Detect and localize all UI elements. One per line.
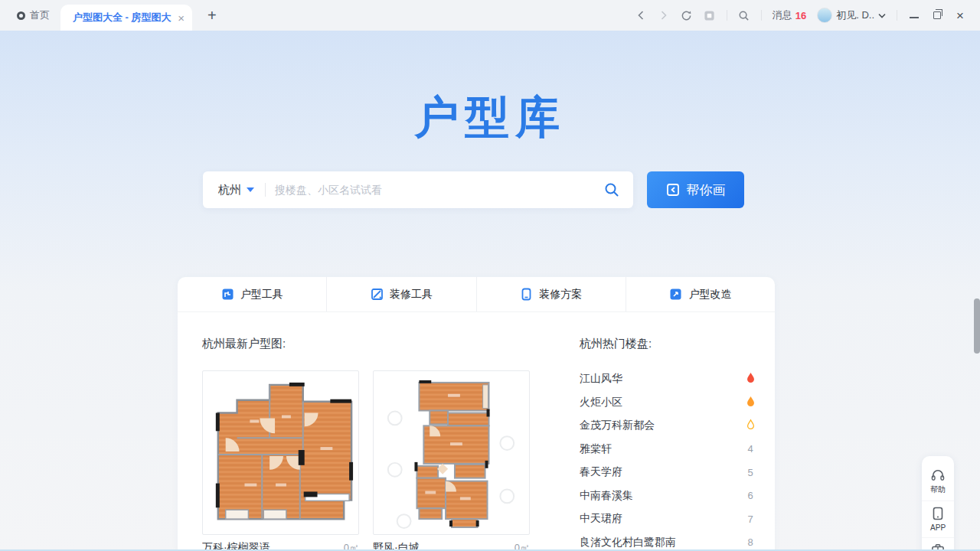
- titlebar-divider: [897, 10, 897, 21]
- tool-label: 装修工具: [390, 288, 433, 302]
- tab-close-icon[interactable]: ×: [178, 11, 185, 24]
- city-select[interactable]: 杭州: [203, 183, 265, 197]
- user-menu[interactable]: 初见. D..: [817, 8, 886, 23]
- headset-icon: [931, 469, 945, 481]
- messages-label: 消息: [773, 8, 792, 22]
- window-topbar: 首页 户型图大全 - 房型图大 × + 消息 16 初见. D..: [0, 0, 980, 31]
- floorplan-image-a: [203, 371, 358, 534]
- decor-plan-icon: [520, 288, 533, 301]
- username-label: 初见. D..: [836, 8, 874, 22]
- draw-for-you-button[interactable]: 帮你画: [647, 171, 744, 208]
- titlebar-right: 消息 16 初见. D.. ×: [635, 0, 980, 31]
- messages-count-badge: 16: [795, 10, 806, 21]
- help-button[interactable]: 帮助: [922, 464, 954, 500]
- flame-rank2-icon: [743, 396, 757, 409]
- app-button[interactable]: APP: [922, 500, 954, 537]
- caret-down-icon: [247, 187, 254, 192]
- estate-name: 江山风华: [580, 372, 622, 386]
- estate-name: 雅棠轩: [580, 442, 612, 456]
- home-icon: [17, 11, 25, 20]
- decor-tool-icon: [371, 288, 384, 301]
- page-body: 户型库 杭州 帮你画 户型工具 装修工具: [0, 31, 980, 551]
- flame-rank3-icon: [743, 419, 757, 432]
- city-select-value: 杭州: [218, 183, 241, 197]
- rank-number: 4: [743, 443, 757, 455]
- draw-icon: [666, 183, 680, 197]
- floorplan-image-b: [374, 371, 529, 534]
- estate-name: 火炬小区: [580, 396, 622, 409]
- page-title: 户型库: [0, 88, 980, 148]
- phone-icon: [933, 507, 943, 520]
- estate-name: 金茂万科新都会: [580, 419, 655, 432]
- tool-label: 装修方案: [539, 288, 582, 302]
- floating-side-panel: 帮助 APP 企业版: [922, 456, 954, 551]
- nav-forward-icon[interactable]: [658, 9, 670, 21]
- list-item[interactable]: 金茂万科新都会: [580, 414, 757, 438]
- list-item[interactable]: 火炬小区: [580, 391, 757, 415]
- rank-number: 8: [743, 536, 757, 548]
- tab-home-label: 首页: [30, 8, 50, 22]
- nav-back-icon[interactable]: [635, 9, 647, 21]
- hot-estates-header: 杭州热门楼盘:: [580, 337, 652, 351]
- search-input[interactable]: [275, 184, 590, 196]
- chevron-down-icon: [878, 13, 886, 18]
- floorplan-tool-icon: [221, 288, 234, 301]
- estate-name: 良渚文化村白鹭郡南: [580, 536, 676, 549]
- estate-name: 中南春溪集: [580, 489, 633, 503]
- close-button[interactable]: ×: [954, 9, 966, 21]
- tool-decor-tools[interactable]: 装修工具: [326, 277, 475, 311]
- scrollbar-thumb[interactable]: [974, 298, 980, 354]
- tools-row: 户型工具 装修工具 装修方案 户型改造: [178, 277, 775, 312]
- list-item[interactable]: 春天学府 5: [580, 461, 757, 484]
- list-item[interactable]: 雅棠轩 4: [580, 438, 757, 461]
- tool-decor-plans[interactable]: 装修方案: [476, 277, 626, 311]
- estate-name: 春天学府: [580, 465, 622, 479]
- rank-number: 7: [743, 514, 757, 525]
- rank-number: 5: [743, 467, 757, 478]
- list-item[interactable]: 良渚文化村白鹭郡南 8: [580, 531, 757, 551]
- help-label: 帮助: [930, 484, 946, 495]
- tab-active[interactable]: 户型图大全 - 房型图大 ×: [60, 5, 192, 31]
- search-divider: [265, 183, 266, 197]
- refresh-icon[interactable]: [681, 9, 693, 21]
- search-submit-icon[interactable]: [590, 182, 633, 197]
- maximize-button[interactable]: [931, 9, 943, 21]
- tool-floorplan-remodel[interactable]: 户型改造: [626, 277, 775, 311]
- tab-home[interactable]: 首页: [0, 0, 60, 31]
- minimize-button[interactable]: [908, 9, 920, 21]
- latest-plans-header: 杭州最新户型图:: [202, 337, 286, 351]
- estate-name: 中天珺府: [580, 512, 622, 526]
- remodel-icon: [669, 288, 682, 301]
- capture-icon[interactable]: [704, 9, 716, 21]
- flame-rank1-icon: [743, 372, 757, 386]
- titlebar-divider: [761, 10, 762, 21]
- floorplan-thumbnail[interactable]: [373, 370, 530, 535]
- search-icon[interactable]: [738, 9, 750, 21]
- search-bar: 杭州: [203, 171, 633, 208]
- messages-button[interactable]: 消息 16: [773, 8, 806, 22]
- tool-floorplan-tools[interactable]: 户型工具: [178, 277, 326, 311]
- tool-label: 户型工具: [240, 288, 283, 302]
- list-item[interactable]: 江山风华: [580, 367, 757, 391]
- titlebar-divider: [727, 10, 727, 21]
- avatar: [817, 8, 832, 23]
- content-card: 户型工具 装修工具 装修方案 户型改造 杭州最新户型图: 杭州热门楼盘:: [178, 277, 775, 551]
- list-item[interactable]: 中南春溪集 6: [580, 484, 757, 508]
- rank-number: 6: [743, 490, 757, 501]
- tool-label: 户型改造: [688, 288, 731, 302]
- floorplan-thumbnail[interactable]: [202, 370, 359, 535]
- draw-button-label: 帮你画: [687, 181, 726, 199]
- hot-estates-list: 江山风华 火炬小区 金茂万科新都会 雅棠轩 4 春天学府 5 中南春溪集 6: [580, 367, 757, 551]
- list-item[interactable]: 中天珺府 7: [580, 507, 757, 531]
- tab-active-title: 户型图大全 - 房型图大: [73, 11, 175, 24]
- app-label: APP: [930, 523, 946, 531]
- new-tab-button[interactable]: +: [207, 8, 217, 23]
